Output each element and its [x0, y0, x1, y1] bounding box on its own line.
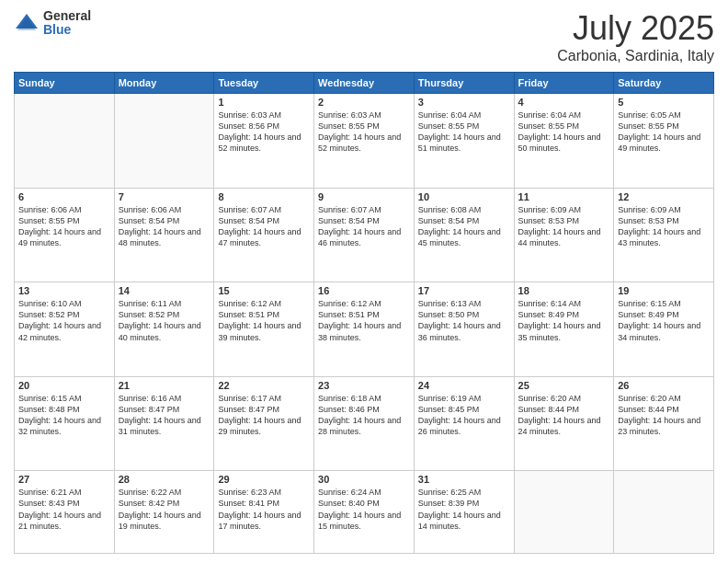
day-number: 12 — [618, 191, 710, 202]
day-info: Sunrise: 6:15 AM Sunset: 8:49 PM Dayligh… — [618, 298, 710, 343]
table-row: 21Sunrise: 6:16 AM Sunset: 8:47 PM Dayli… — [114, 376, 214, 471]
day-number: 25 — [518, 380, 610, 391]
table-row: 9Sunrise: 6:07 AM Sunset: 8:54 PM Daylig… — [314, 188, 415, 282]
day-info: Sunrise: 6:03 AM Sunset: 8:55 PM Dayligh… — [318, 109, 410, 155]
day-info: Sunrise: 6:20 AM Sunset: 8:44 PM Dayligh… — [618, 393, 710, 438]
day-info: Sunrise: 6:14 AM Sunset: 8:49 PM Dayligh… — [518, 298, 610, 343]
table-row: 14Sunrise: 6:11 AM Sunset: 8:52 PM Dayli… — [114, 282, 214, 377]
table-row: 3Sunrise: 6:04 AM Sunset: 8:55 PM Daylig… — [414, 94, 514, 189]
table-row — [614, 471, 714, 554]
table-row: 15Sunrise: 6:12 AM Sunset: 8:51 PM Dayli… — [214, 282, 314, 377]
logo-blue: Blue — [43, 23, 91, 37]
day-number: 19 — [618, 285, 710, 296]
day-number: 7 — [119, 191, 210, 202]
day-number: 3 — [418, 97, 510, 108]
day-number: 20 — [18, 380, 110, 391]
table-row: 25Sunrise: 6:20 AM Sunset: 8:44 PM Dayli… — [514, 376, 614, 471]
table-row — [514, 471, 614, 554]
day-number: 4 — [518, 97, 610, 108]
table-row: 4Sunrise: 6:04 AM Sunset: 8:55 PM Daylig… — [514, 94, 614, 189]
table-row: 5Sunrise: 6:05 AM Sunset: 8:55 PM Daylig… — [614, 94, 714, 189]
day-info: Sunrise: 6:12 AM Sunset: 8:51 PM Dayligh… — [318, 298, 410, 343]
day-number: 10 — [418, 191, 510, 202]
page: General Blue July 2025 Carbonia, Sardini… — [0, 0, 728, 563]
col-saturday: Saturday — [614, 73, 714, 94]
table-row: 12Sunrise: 6:09 AM Sunset: 8:53 PM Dayli… — [614, 188, 714, 282]
table-row: 7Sunrise: 6:06 AM Sunset: 8:54 PM Daylig… — [114, 188, 214, 282]
day-info: Sunrise: 6:19 AM Sunset: 8:45 PM Dayligh… — [418, 393, 510, 438]
day-info: Sunrise: 6:16 AM Sunset: 8:47 PM Dayligh… — [119, 393, 210, 438]
day-info: Sunrise: 6:21 AM Sunset: 8:43 PM Dayligh… — [18, 487, 110, 532]
calendar-header-row: Sunday Monday Tuesday Wednesday Thursday… — [15, 73, 714, 94]
day-number: 21 — [119, 380, 210, 391]
day-info: Sunrise: 6:07 AM Sunset: 8:54 PM Dayligh… — [218, 204, 310, 249]
table-row: 2Sunrise: 6:03 AM Sunset: 8:55 PM Daylig… — [314, 94, 415, 189]
logo-icon — [14, 10, 40, 36]
day-number: 29 — [218, 474, 310, 485]
day-info: Sunrise: 6:04 AM Sunset: 8:55 PM Dayligh… — [518, 109, 610, 155]
table-row: 27Sunrise: 6:21 AM Sunset: 8:43 PM Dayli… — [15, 471, 115, 554]
day-number: 2 — [318, 97, 410, 108]
table-row: 16Sunrise: 6:12 AM Sunset: 8:51 PM Dayli… — [314, 282, 415, 377]
col-friday: Friday — [514, 73, 614, 94]
day-info: Sunrise: 6:03 AM Sunset: 8:56 PM Dayligh… — [218, 109, 310, 155]
day-number: 22 — [218, 380, 310, 391]
day-info: Sunrise: 6:05 AM Sunset: 8:55 PM Dayligh… — [618, 109, 710, 155]
day-info: Sunrise: 6:06 AM Sunset: 8:55 PM Dayligh… — [18, 204, 110, 249]
day-info: Sunrise: 6:04 AM Sunset: 8:55 PM Dayligh… — [418, 109, 510, 155]
day-number: 5 — [618, 97, 710, 108]
table-row — [114, 94, 214, 189]
table-row: 19Sunrise: 6:15 AM Sunset: 8:49 PM Dayli… — [614, 282, 714, 377]
day-number: 13 — [18, 285, 110, 296]
day-info: Sunrise: 6:23 AM Sunset: 8:41 PM Dayligh… — [218, 487, 310, 532]
day-number: 14 — [119, 285, 210, 296]
logo: General Blue — [14, 9, 91, 38]
day-info: Sunrise: 6:08 AM Sunset: 8:54 PM Dayligh… — [418, 204, 510, 249]
table-row: 20Sunrise: 6:15 AM Sunset: 8:48 PM Dayli… — [15, 376, 115, 471]
day-info: Sunrise: 6:20 AM Sunset: 8:44 PM Dayligh… — [518, 393, 610, 438]
day-number: 26 — [618, 380, 710, 391]
day-number: 23 — [318, 380, 410, 391]
table-row: 18Sunrise: 6:14 AM Sunset: 8:49 PM Dayli… — [514, 282, 614, 377]
day-info: Sunrise: 6:17 AM Sunset: 8:47 PM Dayligh… — [218, 393, 310, 438]
day-number: 18 — [518, 285, 610, 296]
day-number: 15 — [218, 285, 310, 296]
main-title: July 2025 — [557, 9, 714, 48]
day-number: 16 — [318, 285, 410, 296]
col-thursday: Thursday — [414, 73, 514, 94]
day-number: 24 — [418, 380, 510, 391]
day-info: Sunrise: 6:10 AM Sunset: 8:52 PM Dayligh… — [18, 298, 110, 343]
title-block: July 2025 Carbonia, Sardinia, Italy — [557, 9, 714, 64]
day-info: Sunrise: 6:06 AM Sunset: 8:54 PM Dayligh… — [119, 204, 210, 249]
table-row: 17Sunrise: 6:13 AM Sunset: 8:50 PM Dayli… — [414, 282, 514, 377]
table-row: 30Sunrise: 6:24 AM Sunset: 8:40 PM Dayli… — [314, 471, 415, 554]
day-number: 9 — [318, 191, 410, 202]
day-info: Sunrise: 6:12 AM Sunset: 8:51 PM Dayligh… — [218, 298, 310, 343]
table-row: 6Sunrise: 6:06 AM Sunset: 8:55 PM Daylig… — [15, 188, 115, 282]
table-row: 11Sunrise: 6:09 AM Sunset: 8:53 PM Dayli… — [514, 188, 614, 282]
col-sunday: Sunday — [15, 73, 115, 94]
logo-text: General Blue — [43, 9, 91, 38]
col-monday: Monday — [114, 73, 214, 94]
day-info: Sunrise: 6:07 AM Sunset: 8:54 PM Dayligh… — [318, 204, 410, 249]
table-row: 28Sunrise: 6:22 AM Sunset: 8:42 PM Dayli… — [114, 471, 214, 554]
day-number: 11 — [518, 191, 610, 202]
col-wednesday: Wednesday — [314, 73, 415, 94]
day-number: 1 — [218, 97, 310, 108]
table-row: 10Sunrise: 6:08 AM Sunset: 8:54 PM Dayli… — [414, 188, 514, 282]
table-row: 31Sunrise: 6:25 AM Sunset: 8:39 PM Dayli… — [414, 471, 514, 554]
day-info: Sunrise: 6:18 AM Sunset: 8:46 PM Dayligh… — [318, 393, 410, 438]
col-tuesday: Tuesday — [214, 73, 314, 94]
table-row: 1Sunrise: 6:03 AM Sunset: 8:56 PM Daylig… — [214, 94, 314, 189]
table-row: 29Sunrise: 6:23 AM Sunset: 8:41 PM Dayli… — [214, 471, 314, 554]
day-number: 27 — [18, 474, 110, 485]
calendar-table: Sunday Monday Tuesday Wednesday Thursday… — [14, 72, 714, 554]
table-row: 8Sunrise: 6:07 AM Sunset: 8:54 PM Daylig… — [214, 188, 314, 282]
header: General Blue July 2025 Carbonia, Sardini… — [14, 9, 714, 64]
day-info: Sunrise: 6:15 AM Sunset: 8:48 PM Dayligh… — [18, 393, 110, 438]
day-info: Sunrise: 6:13 AM Sunset: 8:50 PM Dayligh… — [418, 298, 510, 343]
table-row — [15, 94, 115, 189]
day-number: 8 — [218, 191, 310, 202]
day-number: 31 — [418, 474, 510, 485]
day-number: 28 — [119, 474, 210, 485]
